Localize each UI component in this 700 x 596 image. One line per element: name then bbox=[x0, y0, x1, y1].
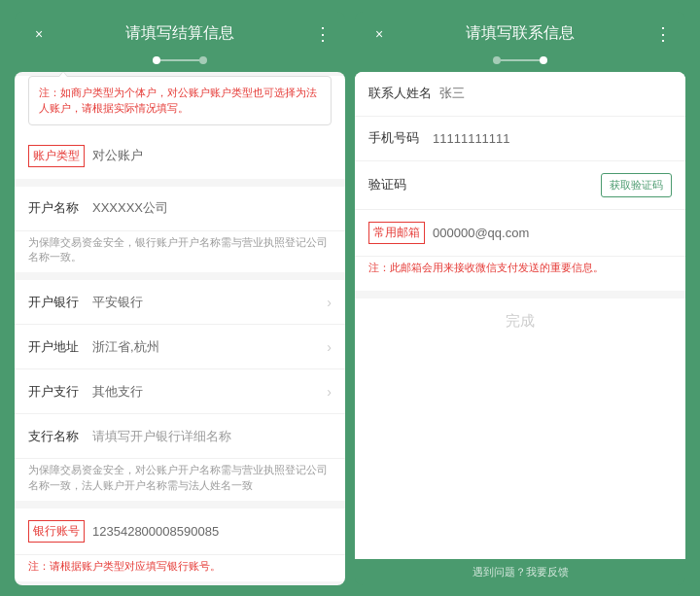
left-close-button[interactable]: × bbox=[28, 23, 50, 45]
account-type-value: 对公账户 bbox=[85, 147, 332, 164]
account-type-row[interactable]: 账户类型 对公账户 bbox=[15, 133, 345, 179]
contact-section: 联系人姓名 张三 手机号码 11111111111 验证码 获取验证码 常用邮箱… bbox=[355, 72, 685, 283]
branch-name-row[interactable]: 支行名称 请填写开户银行详细名称 bbox=[15, 414, 345, 459]
phone-label: 手机号码 bbox=[368, 129, 425, 147]
spacer bbox=[355, 291, 685, 298]
bank-value: 平安银行 bbox=[85, 294, 327, 311]
progress-dot-1 bbox=[153, 56, 160, 64]
account-name-label: 开户名称 bbox=[28, 199, 85, 217]
contact-name-value: 张三 bbox=[432, 85, 672, 102]
right-progress-dot-1 bbox=[493, 56, 501, 64]
bank-arrow: › bbox=[327, 295, 332, 310]
right-progress-bar bbox=[355, 53, 685, 72]
right-more-button[interactable]: ⋮ bbox=[654, 23, 672, 45]
right-footer[interactable]: 遇到问题？我要反馈 bbox=[355, 559, 685, 585]
branch-note: 为保障交易资金安全，对公账户开户名称需与营业执照登记公司名称一致，法人账户开户名… bbox=[15, 459, 345, 501]
right-progress-dot-2 bbox=[540, 56, 547, 64]
branch-label: 开户支行 bbox=[28, 383, 85, 401]
branch-arrow: › bbox=[327, 384, 332, 400]
account-name-section: 开户名称 XXXXXX公司 为保障交易资金安全，银行账户开户名称需与营业执照登记… bbox=[15, 187, 345, 273]
account-name-value: XXXXXX公司 bbox=[85, 199, 332, 217]
left-panel-title: 请填写结算信息 bbox=[50, 23, 310, 44]
left-progress-bar bbox=[15, 53, 345, 72]
right-panel-title: 请填写联系信息 bbox=[390, 23, 650, 44]
branch-row[interactable]: 开户支行 其他支行 › bbox=[15, 369, 345, 414]
bank-account-label: 银行账号 bbox=[28, 520, 85, 543]
right-close-button[interactable]: × bbox=[368, 23, 390, 45]
bank-label: 开户银行 bbox=[28, 294, 85, 311]
left-header: × 请填写结算信息 ⋮ bbox=[15, 12, 345, 53]
account-type-label: 账户类型 bbox=[28, 145, 85, 167]
done-section: 完成 bbox=[355, 298, 685, 344]
verify-code-row: 验证码 获取验证码 bbox=[355, 161, 685, 210]
contact-name-row: 联系人姓名 张三 bbox=[355, 72, 685, 117]
right-header: × 请填写联系信息 ⋮ bbox=[355, 12, 685, 53]
email-row: 常用邮箱 000000@qq.com bbox=[355, 210, 685, 257]
left-panel: × 请填写结算信息 ⋮ 注：如商户类型为个体户，对公账户账户类型也可选择为法人账… bbox=[15, 12, 345, 585]
account-name-note: 为保障交易资金安全，银行账户开户名称需与营业执照登记公司名称一致。 bbox=[15, 231, 345, 273]
bank-account-section: 银行账号 123542800008590085 注：请根据账户类型对应填写银行账… bbox=[15, 508, 345, 581]
right-panel-content: 联系人姓名 张三 手机号码 11111111111 验证码 获取验证码 常用邮箱… bbox=[355, 72, 685, 559]
email-note: 注：此邮箱会用来接收微信支付发送的重要信息。 bbox=[355, 257, 685, 283]
right-progress-line bbox=[501, 59, 540, 61]
branch-name-input[interactable]: 请填写开户银行详细名称 bbox=[85, 428, 332, 445]
bank-account-note: 注：请根据账户类型对应填写银行账号。 bbox=[15, 555, 345, 581]
done-button[interactable]: 完成 bbox=[355, 298, 685, 344]
account-name-row: 开户名称 XXXXXX公司 bbox=[15, 187, 345, 231]
phone-value: 11111111111 bbox=[425, 131, 672, 146]
account-type-section: 注：如商户类型为个体户，对公账户账户类型也可选择为法人账户，请根据实际情况填写。… bbox=[15, 76, 345, 179]
address-row[interactable]: 开户地址 浙江省,杭州 › bbox=[15, 325, 345, 369]
left-more-button[interactable]: ⋮ bbox=[314, 23, 332, 45]
right-panel: × 请填写联系信息 ⋮ 联系人姓名 张三 手机号码 11111111111 验证… bbox=[355, 12, 685, 585]
phone-row: 手机号码 11111111111 bbox=[355, 117, 685, 161]
verify-code-label: 验证码 bbox=[368, 176, 425, 193]
progress-line bbox=[160, 59, 199, 61]
address-value: 浙江省,杭州 bbox=[85, 338, 327, 356]
bank-account-row: 银行账号 123542800008590085 bbox=[15, 508, 345, 555]
email-value: 000000@qq.com bbox=[425, 226, 672, 240]
progress-dot-2 bbox=[199, 56, 207, 64]
address-label: 开户地址 bbox=[28, 338, 85, 356]
bank-account-value: 123542800008590085 bbox=[85, 524, 332, 539]
branch-name-label: 支行名称 bbox=[28, 428, 85, 445]
left-panel-content: 注：如商户类型为个体户，对公账户账户类型也可选择为法人账户，请根据实际情况填写。… bbox=[15, 72, 345, 585]
address-arrow: › bbox=[327, 339, 332, 355]
bank-section: 开户银行 平安银行 › 开户地址 浙江省,杭州 › 开户支行 其他支行 › 支行… bbox=[15, 280, 345, 501]
email-label: 常用邮箱 bbox=[368, 222, 425, 244]
contact-name-label: 联系人姓名 bbox=[368, 85, 432, 102]
bank-row[interactable]: 开户银行 平安银行 › bbox=[15, 280, 345, 325]
get-verify-code-button[interactable]: 获取验证码 bbox=[601, 173, 672, 197]
branch-value: 其他支行 bbox=[85, 383, 327, 401]
tooltip-box: 注：如商户类型为个体户，对公账户账户类型也可选择为法人账户，请根据实际情况填写。 bbox=[28, 76, 332, 125]
